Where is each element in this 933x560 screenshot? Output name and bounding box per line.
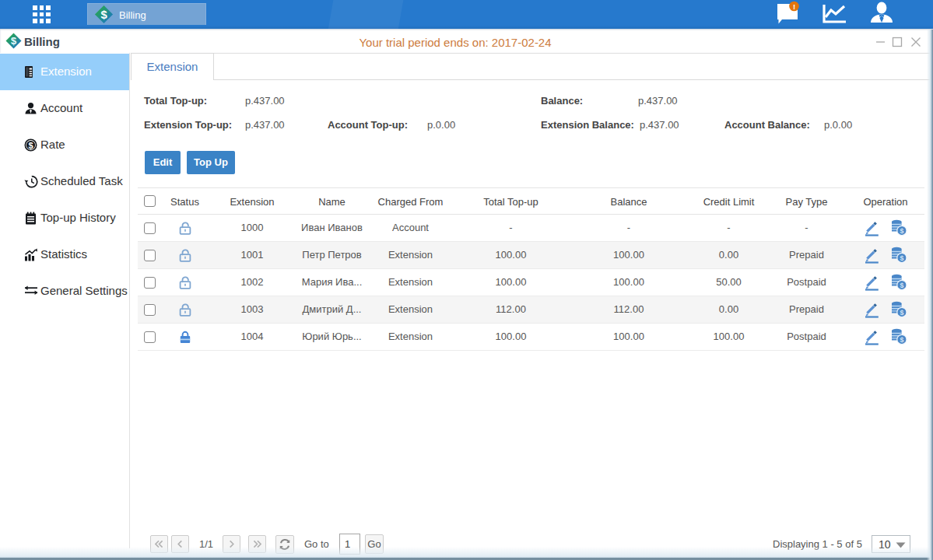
svg-text:$: $ [100, 9, 107, 21]
svg-text:$: $ [900, 309, 903, 317]
svg-text:$: $ [900, 282, 903, 289]
svg-text:!: ! [793, 2, 795, 11]
svg-text:$: $ [900, 336, 903, 344]
svg-text:$: $ [900, 254, 903, 262]
svg-text:$: $ [900, 227, 903, 235]
svg-text:$: $ [28, 141, 33, 150]
